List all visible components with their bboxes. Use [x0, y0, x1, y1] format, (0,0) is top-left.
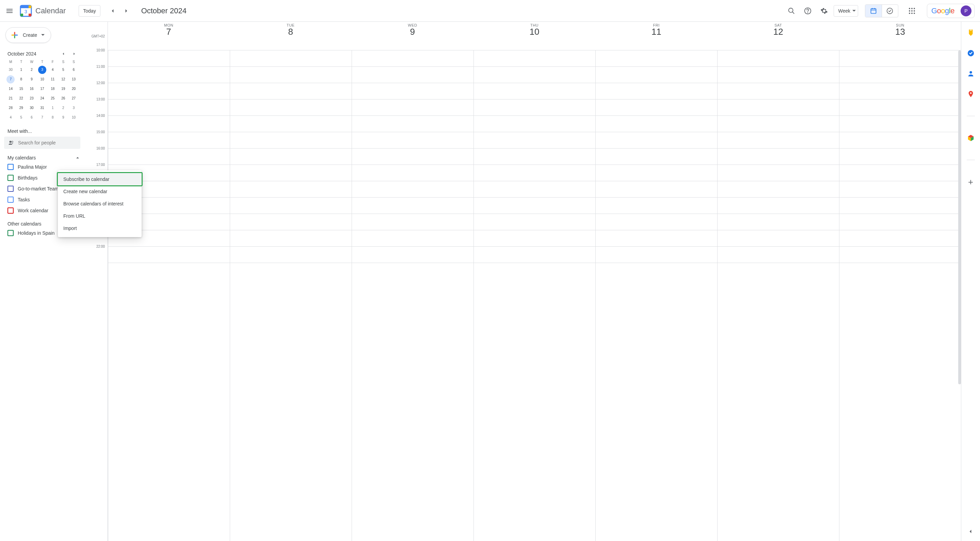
hour-cell[interactable]: [108, 50, 230, 67]
mini-day-cell[interactable]: 25: [47, 94, 58, 102]
day-header[interactable]: SUN13: [839, 22, 961, 50]
hour-cell[interactable]: [474, 116, 595, 132]
mini-day-cell[interactable]: 9: [27, 75, 37, 83]
hour-cell[interactable]: [839, 214, 961, 230]
mini-day-cell[interactable]: 7: [37, 113, 48, 121]
mini-day-cell[interactable]: 4: [5, 113, 16, 121]
hour-cell[interactable]: [839, 116, 961, 132]
day-column[interactable]: [839, 50, 961, 541]
hour-cell[interactable]: [352, 83, 474, 99]
menu-item-create-new-calendar[interactable]: Create new calendar: [58, 185, 142, 198]
hour-cell[interactable]: [596, 50, 717, 67]
hour-cell[interactable]: [718, 247, 839, 263]
mini-day-cell[interactable]: 28: [5, 104, 16, 112]
hour-cell[interactable]: [596, 132, 717, 148]
hour-cell[interactable]: [352, 214, 474, 230]
support-button[interactable]: [801, 4, 815, 18]
account-switcher[interactable]: Google P: [927, 4, 975, 18]
hour-cell[interactable]: [474, 214, 595, 230]
calendar-view-button[interactable]: [865, 5, 881, 17]
hour-cell[interactable]: [839, 83, 961, 99]
day-header[interactable]: SAT12: [717, 22, 839, 50]
hour-cell[interactable]: [352, 198, 474, 214]
calendar-checkbox[interactable]: [8, 230, 14, 236]
hour-cell[interactable]: [108, 99, 230, 116]
mini-next-button[interactable]: [70, 50, 78, 58]
hour-cell[interactable]: [839, 247, 961, 263]
tasks-icon[interactable]: [964, 46, 978, 60]
hour-cell[interactable]: [839, 165, 961, 181]
menu-item-subscribe-to-calendar[interactable]: Subscribe to calendar: [58, 173, 142, 185]
hour-cell[interactable]: [352, 148, 474, 165]
hour-cell[interactable]: [474, 83, 595, 99]
mini-day-cell[interactable]: 18: [47, 85, 58, 93]
calendar-checkbox[interactable]: [8, 186, 14, 192]
day-column[interactable]: [717, 50, 839, 541]
tasks-view-button[interactable]: [881, 5, 898, 17]
hour-cell[interactable]: [108, 148, 230, 165]
contacts-icon[interactable]: [964, 67, 978, 80]
search-people-input[interactable]: [4, 137, 80, 149]
hour-cell[interactable]: [718, 83, 839, 99]
day-header[interactable]: TUE8: [229, 22, 351, 50]
mini-day-cell[interactable]: 29: [16, 104, 27, 112]
mini-day-cell[interactable]: 10: [68, 113, 79, 121]
hour-cell[interactable]: [474, 181, 595, 198]
menu-item-from-url[interactable]: From URL: [58, 210, 142, 222]
mini-day-cell[interactable]: 27: [68, 94, 79, 102]
hour-cell[interactable]: [230, 214, 352, 230]
prev-period-button[interactable]: [106, 4, 119, 18]
search-people-field[interactable]: [18, 140, 76, 145]
hour-cell[interactable]: [230, 99, 352, 116]
hour-cell[interactable]: [474, 50, 595, 67]
hour-cell[interactable]: [596, 181, 717, 198]
day-header[interactable]: MON7: [108, 22, 229, 50]
hour-cell[interactable]: [596, 116, 717, 132]
hour-cell[interactable]: [718, 99, 839, 116]
hour-cell[interactable]: [596, 99, 717, 116]
hour-cell[interactable]: [352, 132, 474, 148]
calendar-checkbox[interactable]: [8, 164, 14, 170]
hour-cell[interactable]: [596, 67, 717, 83]
mini-day-cell[interactable]: 16: [27, 85, 37, 93]
hour-cell[interactable]: [839, 198, 961, 214]
my-calendars-header[interactable]: My calendars: [8, 155, 80, 160]
hour-cell[interactable]: [474, 165, 595, 181]
hour-cell[interactable]: [839, 50, 961, 67]
hour-cell[interactable]: [230, 116, 352, 132]
hour-cell[interactable]: [352, 165, 474, 181]
google-apps-button[interactable]: [905, 4, 919, 18]
hour-cell[interactable]: [108, 83, 230, 99]
hour-cell[interactable]: [596, 83, 717, 99]
hour-cell[interactable]: [474, 132, 595, 148]
hour-cell[interactable]: [474, 67, 595, 83]
hour-cell[interactable]: [474, 148, 595, 165]
day-header[interactable]: THU10: [473, 22, 595, 50]
mini-day-cell[interactable]: 17: [37, 85, 48, 93]
calendar-checkbox[interactable]: [8, 175, 14, 181]
hour-cell[interactable]: [596, 165, 717, 181]
hour-cell[interactable]: [352, 116, 474, 132]
hour-cell[interactable]: [230, 181, 352, 198]
hour-cell[interactable]: [596, 230, 717, 247]
hour-cell[interactable]: [718, 198, 839, 214]
day-column[interactable]: [474, 50, 595, 541]
mini-day-cell[interactable]: 8: [47, 113, 58, 121]
hour-cell[interactable]: [474, 247, 595, 263]
mini-day-cell[interactable]: 4: [47, 66, 58, 74]
hour-cell[interactable]: [352, 67, 474, 83]
settings-button[interactable]: [817, 4, 831, 18]
mini-day-cell[interactable]: 6: [68, 66, 79, 74]
get-addons-button[interactable]: +: [964, 175, 978, 189]
mini-day-cell[interactable]: 30: [5, 66, 16, 74]
vertical-scrollbar[interactable]: [958, 50, 961, 527]
hour-cell[interactable]: [108, 132, 230, 148]
hour-cell[interactable]: [352, 247, 474, 263]
mini-day-cell[interactable]: 15: [16, 85, 27, 93]
menu-item-import[interactable]: Import: [58, 222, 142, 235]
hour-cell[interactable]: [230, 198, 352, 214]
today-button[interactable]: Today: [79, 5, 100, 17]
mini-day-cell[interactable]: 8: [16, 75, 27, 83]
mini-day-cell[interactable]: 6: [27, 113, 37, 121]
hour-cell[interactable]: [230, 83, 352, 99]
